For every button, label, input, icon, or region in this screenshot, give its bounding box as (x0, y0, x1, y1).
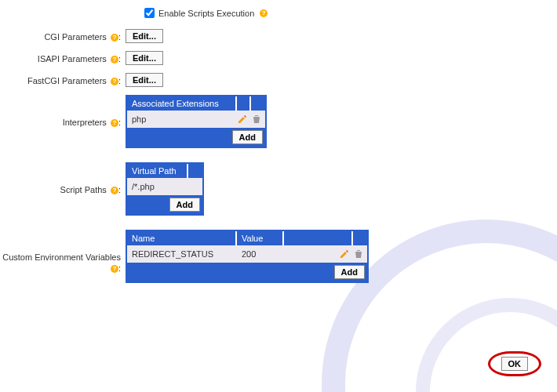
trash-icon[interactable] (251, 114, 262, 125)
interpreter-value: php (127, 112, 234, 126)
help-icon[interactable] (111, 56, 118, 64)
help-icon[interactable] (111, 187, 118, 194)
fastcgi-label: FastCGI Parameters (27, 76, 107, 85)
help-icon[interactable] (111, 119, 118, 127)
envvars-label: Custom Environment Variables (2, 252, 121, 262)
scriptpaths-label: Script Paths (60, 185, 107, 194)
scriptpath-value: /*.php (127, 180, 202, 194)
envvar-name: REDIRECT_STATUS (127, 247, 237, 261)
envvars-add-button[interactable]: Add (334, 265, 365, 279)
envvars-table: Name Value REDIRECT_STATUS 200 (126, 230, 369, 283)
interpreters-header: Associated Extensions (127, 96, 237, 111)
help-icon[interactable] (111, 34, 118, 42)
table-row: /*.php (127, 178, 202, 195)
envvars-header-name: Name (127, 231, 237, 245)
enable-scripts-checkbox[interactable] (144, 8, 155, 18)
ok-button[interactable]: OK (501, 357, 529, 371)
table-row: php (127, 111, 265, 128)
envvars-header-value: Value (237, 231, 284, 245)
trash-icon[interactable] (353, 249, 364, 260)
scriptpaths-add-button[interactable]: Add (169, 198, 200, 212)
ok-highlight-circle: OK (488, 351, 542, 376)
isapi-label: ISAPI Parameters (38, 54, 107, 64)
interpreters-table: Associated Extensions php (126, 95, 267, 148)
isapi-edit-button[interactable]: Edit... (126, 51, 163, 65)
envvar-value: 200 (237, 247, 284, 261)
cgi-edit-button[interactable]: Edit... (126, 29, 163, 43)
scriptpaths-header: Virtual Path (127, 164, 188, 178)
cgi-label: CGI Parameters (44, 32, 106, 42)
interpreters-add-button[interactable]: Add (232, 130, 263, 144)
pencil-icon[interactable] (339, 249, 350, 260)
help-icon[interactable] (111, 265, 118, 273)
enable-scripts-label: Enable Scripts Execution (158, 9, 254, 18)
help-icon[interactable] (111, 78, 118, 85)
interpreters-label: Interpreters (63, 118, 107, 127)
table-row: REDIRECT_STATUS 200 (127, 245, 367, 263)
pencil-icon[interactable] (237, 114, 248, 125)
fastcgi-edit-button[interactable]: Edit... (126, 73, 163, 87)
scriptpaths-table: Virtual Path /*.php Add (126, 162, 204, 216)
help-icon[interactable] (260, 9, 268, 17)
